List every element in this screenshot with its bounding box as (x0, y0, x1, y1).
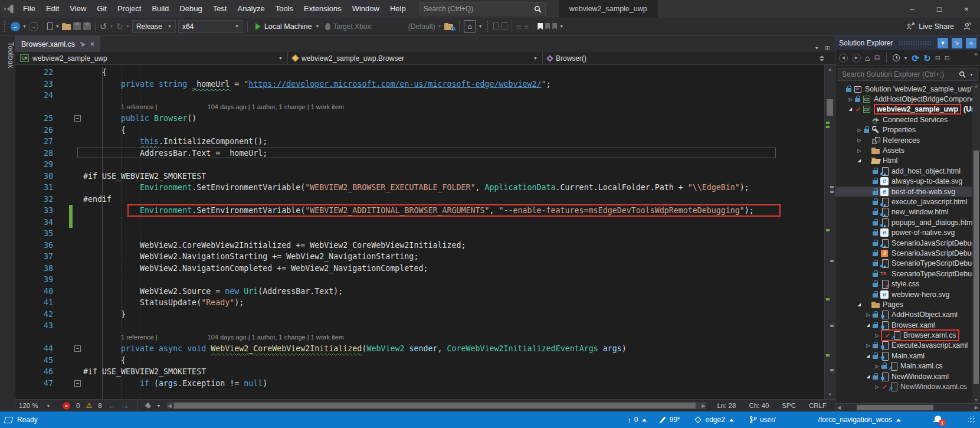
switch-views-icon[interactable]: ⊟ (874, 54, 880, 62)
codelens-row[interactable]: 1 reference |104 days ago | 1 author, 1 … (15, 102, 824, 113)
tree-item-webview-hero-svg[interactable]: webview-hero.svg (835, 289, 972, 299)
open-folder-icon[interactable] (62, 23, 71, 30)
code-line-38[interactable]: 38 WebView2.NavigationCompleted += WebVi… (15, 263, 824, 275)
navigate-backward-icon[interactable]: ← (108, 401, 116, 410)
back-icon[interactable]: ◀ (839, 54, 848, 63)
solution-search-input[interactable]: Search Solution Explorer (Ctrl+;) ▼ (838, 68, 978, 81)
code-line-27[interactable]: 27 this.InitializeComponent(); (15, 136, 824, 148)
menu-item-help[interactable]: Help (385, 0, 411, 18)
editor-vertical-scrollbar[interactable]: ▲ ▼ (824, 65, 835, 399)
code-line-28[interactable]: 28 AddressBar.Text = _homeUrl; (15, 148, 824, 159)
tree-item-scenariojavascriptdebug[interactable]: ScenarioJavaScriptDebug (835, 248, 972, 258)
tree-item-execute-javascript-html[interactable]: execute_javascript.html (835, 197, 972, 207)
sync-with-active-document-icon[interactable]: ⟳ (912, 54, 919, 63)
code-line-34[interactable]: 34 (15, 217, 824, 228)
tree-item-new-window-html[interactable]: new_window.html (835, 207, 972, 217)
tree-item-scenariotypescriptdebug[interactable]: ScenarioTypeScriptDebug (835, 259, 972, 269)
menu-item-window[interactable]: Window (347, 0, 385, 18)
navbar-updown-icon[interactable] (814, 55, 830, 61)
start-debugging-button[interactable]: Local Machine ▼ (252, 19, 323, 34)
toolbox-tab[interactable]: Toolbox (0, 36, 15, 411)
home-icon[interactable]: ⌂ (865, 53, 870, 63)
configuration-select[interactable]: Release▼ (132, 20, 176, 33)
expand-icon[interactable]: ▷ (864, 312, 872, 318)
panel-close-icon[interactable]: × (966, 38, 976, 48)
code-line-40[interactable]: 40 WebView2.Source = new Uri(AddressBar.… (15, 286, 824, 298)
code-editor[interactable]: 22 {23 private string _homeUrl = "https:… (15, 65, 824, 399)
bookmark-icon[interactable] (537, 23, 543, 30)
expand-icon[interactable]: ▷ (873, 333, 881, 338)
code-line-42[interactable]: 42 } (15, 309, 824, 321)
code-cleanup-dropdown[interactable]: ▼ (157, 404, 161, 408)
new-file-icon[interactable] (47, 22, 53, 30)
tree-item-solution-webview2-sample-uwp-3[interactable]: Solution 'webview2_sample_uwp' (3 (835, 84, 972, 94)
code-line-22[interactable]: 22 { (15, 67, 824, 79)
expand-icon[interactable]: ▷ (856, 148, 863, 153)
push-status[interactable]: ↑ 0 (627, 416, 647, 424)
tree-item-main-xaml[interactable]: ◢Main.xaml (835, 351, 972, 361)
code-line-35[interactable]: 35 (15, 228, 824, 240)
collapse-icon[interactable]: ◢ (864, 374, 872, 379)
code-line-36[interactable]: 36 WebView2.CoreWebView2Initialized += W… (15, 240, 824, 251)
tree-item-executejavascript-xaml[interactable]: ▷ExecuteJavascript.xaml (835, 341, 972, 351)
save-icon[interactable] (73, 22, 81, 30)
code-line-39[interactable]: 39 (15, 274, 824, 286)
scrollbar-thumb[interactable] (827, 99, 833, 116)
tree-item-scenariotypescriptdebug[interactable]: ScenarioTypeScriptDebug (835, 269, 972, 279)
search-options-dropdown[interactable]: ▼ (969, 73, 974, 77)
collapse-icon[interactable]: ◢ (847, 107, 854, 112)
line-ending-indicator[interactable]: CRLF (809, 402, 827, 409)
tab-list-dropdown[interactable]: ▼ (815, 46, 819, 50)
maximize-button[interactable]: □ (926, 0, 953, 18)
tree-item-scenariojavascriptdebug[interactable]: ScenarioJavaScriptDebug (835, 238, 972, 248)
pending-changes-filter-icon[interactable] (893, 54, 900, 61)
toolbar-drag-handle[interactable] (4, 21, 6, 32)
code-line-43[interactable]: 43 (15, 320, 824, 332)
fold-toggle-icon[interactable]: − (74, 380, 81, 387)
home-dropdown[interactable]: ▼ (478, 24, 483, 28)
notifications-bell[interactable]: 1 (934, 415, 945, 424)
quick-search[interactable]: Search (Ctrl+Q) (419, 2, 546, 15)
undo-icon[interactable]: ↺ (100, 22, 107, 31)
scroll-up-icon[interactable]: ▲ (825, 67, 835, 72)
code-line-29[interactable]: 29 (15, 159, 824, 171)
code-cleanup-icon[interactable] (145, 403, 151, 409)
tree-item-references[interactable]: ▷References (835, 135, 972, 145)
expand-icon[interactable]: ▷ (847, 97, 854, 102)
window-split-icon[interactable]: ⊞ (825, 44, 830, 52)
codelens-row[interactable]: 1 reference |104 days ago | 1 author, 1 … (15, 332, 824, 344)
collapse-icon[interactable]: ◢ (864, 323, 872, 328)
deploy-target-select[interactable]: (Default) (408, 22, 435, 31)
tree-item-newwindow-xaml[interactable]: ◢NewWindow.xaml (835, 371, 972, 381)
previous-bookmark-icon[interactable] (545, 23, 550, 30)
pin-icon[interactable] (78, 40, 87, 48)
tree-item-html[interactable]: ◢Html (835, 156, 972, 166)
menu-item-debug[interactable]: Debug (174, 0, 207, 18)
tree-item-style-css[interactable]: style.css (835, 279, 972, 289)
minimize-button[interactable]: – (899, 0, 926, 18)
tree-item-best-of-the-web-svg[interactable]: best-of-the-web.svg (835, 187, 972, 197)
menu-item-view[interactable]: View (64, 0, 91, 18)
task-status[interactable]: /force_navigation_wcos (818, 416, 901, 424)
code-line-47[interactable]: 47− if (args.Exception != null) (15, 378, 824, 390)
code-line-37[interactable]: 37 WebView2.NavigationStarting += WebVie… (15, 251, 824, 263)
save-all-icon[interactable] (83, 22, 91, 30)
scrollbar-thumb[interactable] (174, 403, 696, 409)
tree-item-browser-xaml-cs[interactable]: ▷✓Browser.xaml.cs (835, 330, 972, 340)
menu-item-analyze[interactable]: Analyze (232, 0, 270, 18)
undo-dropdown[interactable]: ▼ (109, 24, 113, 28)
tree-item-main-xaml-cs[interactable]: ▷Main.xaml.cs (835, 361, 972, 371)
solution-explorer-header[interactable]: Solution Explorer ▼ × (835, 36, 980, 50)
code-line-45[interactable]: 45 { (15, 355, 824, 367)
tree-item-popups-and-dialogs-htm[interactable]: popups_and_dialogs.htm (835, 217, 972, 227)
background-tasks-icon[interactable] (4, 417, 14, 423)
expand-icon[interactable]: ▷ (856, 138, 863, 143)
next-bookmark-icon[interactable] (552, 23, 557, 30)
tree-item-pages[interactable]: ◢Pages (835, 299, 972, 309)
navigate-forward-icon[interactable]: → (122, 401, 129, 410)
increase-indent-icon[interactable]: ≡ (523, 22, 529, 31)
code-line-32[interactable]: 32#endif (15, 194, 824, 205)
tree-vertical-scrollbar[interactable]: ▲ ▼ (972, 83, 980, 403)
menu-item-extensions[interactable]: Extensions (299, 0, 347, 18)
expand-icon[interactable]: ▷ (873, 364, 881, 369)
